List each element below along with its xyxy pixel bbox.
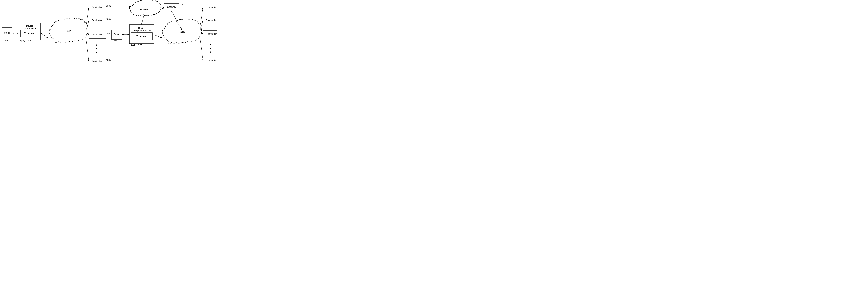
arrow-pstn-dest-a-right — [200, 7, 203, 28]
device-ref-left: 102a — [20, 40, 25, 42]
dots-left: • — [96, 43, 97, 47]
pstn-cloud-left: PSTN 110 — [49, 18, 88, 44]
arrow-device-pstn-left — [41, 33, 48, 38]
gateway-label: Gateway — [167, 6, 176, 8]
visuphone-label-left: Visuphone — [24, 32, 35, 35]
device-ref-right: 102b — [131, 44, 135, 46]
dots-right: • — [210, 43, 211, 47]
pstn-label-left: PSTN — [65, 30, 71, 32]
dest-ref-left-c: 108c — [106, 32, 111, 35]
caller-ref-right: 106 — [113, 39, 117, 42]
device-num-right: 104b — [138, 43, 143, 46]
device-sub-right: (Computer + VOIP) — [132, 29, 151, 32]
device-label-right: Device — [138, 27, 145, 29]
dest-ref-left-n: 108n — [106, 59, 111, 61]
arrow-pstn-dest-a-left — [86, 7, 89, 28]
caller-ref-left: 106 — [4, 39, 7, 42]
dots-right3: • — [210, 50, 211, 54]
pstn-cloud-right: PSTN 110 — [162, 19, 201, 45]
dest-label-right-a: Destination — [206, 6, 217, 8]
network-ref: 112 — [135, 14, 139, 17]
dest-label-left-b: Destination — [92, 19, 103, 22]
dest-ref-left-a: 108a — [106, 5, 111, 7]
dots-left2: • — [96, 47, 97, 51]
arrow-pstn-dest-n-left — [86, 37, 89, 61]
network-cloud: Network 112 — [129, 0, 161, 17]
dest-label-right-b: Destination — [206, 19, 217, 22]
caller-label-left: Caller — [4, 32, 10, 34]
device-sub-left: (Telephone) — [24, 27, 35, 29]
dest-label-left-n: Destination — [92, 60, 103, 62]
arrow-network-gateway — [162, 7, 164, 9]
dots-right2: • — [210, 46, 211, 50]
gateway-ref: 116 — [179, 3, 183, 6]
network-label: Network — [140, 8, 149, 11]
pstn-ref-left: 110 — [55, 41, 58, 44]
pstn-ref-right: 110 — [168, 42, 172, 45]
dest-label-right-n: Destination — [206, 59, 217, 61]
dest-ref-left-b: 108b — [106, 18, 111, 20]
caller-label-right: Caller — [114, 33, 119, 36]
visuphone-label-right: Visuphone — [136, 35, 147, 37]
dots-left3: • — [96, 51, 97, 55]
dest-label-left-c: Destination — [92, 33, 103, 36]
dest-label-left-a: Destination — [92, 6, 103, 8]
arrow-device-pstn-right — [154, 35, 162, 38]
arrow-pstn-dest-n-right — [200, 37, 203, 60]
dest-label-right-c: Destination — [206, 33, 217, 35]
arrow-pstn-dest-b-right — [200, 21, 203, 30]
pstn-label-right: PSTN — [179, 31, 185, 33]
device-num-left: 104 — [28, 39, 31, 42]
